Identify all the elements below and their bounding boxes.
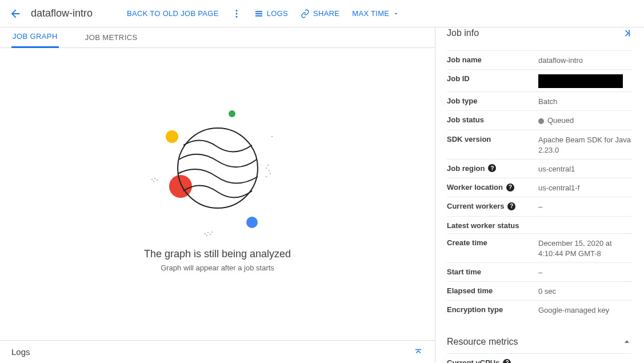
logs-bar[interactable]: Logs <box>0 340 435 363</box>
label-job-status: Job status <box>447 114 538 124</box>
row-job-status: Job status Queued <box>447 110 633 129</box>
label-create-time: Create time <box>447 237 538 247</box>
svg-point-1 <box>235 13 237 14</box>
max-time-button[interactable]: MAX TIME <box>352 9 399 18</box>
label-sdk: SDK version <box>447 134 538 143</box>
value-region: us-central1 <box>538 163 633 174</box>
resource-metrics-table: Current vCPUs? – Total vCPU time? – vCPU… <box>435 353 644 363</box>
value-job-status: Queued <box>538 114 633 126</box>
svg-point-19 <box>207 232 209 233</box>
share-button[interactable]: SHARE <box>301 9 339 18</box>
value-worker-status <box>538 220 633 221</box>
label-job-type: Job type <box>447 95 538 105</box>
svg-point-2 <box>235 15 237 17</box>
left-panel: JOB GRAPH JOB METRICS <box>0 27 435 363</box>
row-job-id: Job ID <box>447 69 633 91</box>
svg-point-15 <box>267 165 269 166</box>
svg-point-18 <box>205 233 206 234</box>
panel-title: Job info <box>447 28 479 38</box>
svg-point-0 <box>235 10 237 11</box>
row-job-type: Job type Batch <box>447 91 633 110</box>
tab-job-metrics[interactable]: JOB METRICS <box>84 33 139 47</box>
row-region: Job region? us-central1 <box>447 159 633 178</box>
svg-point-17 <box>266 176 267 177</box>
help-icon[interactable]: ? <box>503 359 511 363</box>
svg-point-7 <box>178 128 258 208</box>
resource-metrics-header[interactable]: Resource metrics <box>435 336 644 348</box>
label-job-id: Job ID <box>447 73 538 83</box>
help-icon[interactable]: ? <box>507 202 515 210</box>
help-icon[interactable]: ? <box>506 184 514 192</box>
logs-button[interactable]: LOGS <box>254 9 288 18</box>
svg-point-5 <box>169 175 192 198</box>
value-vcpus: – <box>538 357 633 363</box>
svg-point-11 <box>157 179 158 181</box>
back-to-old-link[interactable]: BACK TO OLD JOB PAGE <box>127 9 219 18</box>
chevron-down-icon <box>393 10 399 17</box>
panel-header: Job info <box>435 27 644 39</box>
logs-bar-label: Logs <box>11 347 30 357</box>
redacted-job-id <box>538 74 623 88</box>
job-title: dataflow-intro <box>31 7 93 19</box>
max-time-label: MAX TIME <box>352 9 389 18</box>
svg-point-9 <box>154 178 155 179</box>
svg-point-13 <box>266 167 267 169</box>
value-job-name: dataflow-intro <box>538 54 633 66</box>
label-worker-location: Worker location? <box>447 182 538 192</box>
chevron-up-icon <box>621 336 633 348</box>
row-worker-location: Worker location? us-central1-f <box>447 178 633 197</box>
row-start-time: Start time – <box>447 262 633 281</box>
value-sdk: Apache Beam SDK for Java 2.23.0 <box>538 134 633 155</box>
logs-icon <box>254 9 263 18</box>
row-job-name: Job name dataflow-intro <box>447 50 633 69</box>
value-start-time: – <box>538 266 633 278</box>
share-label: SHARE <box>313 9 339 18</box>
svg-point-14 <box>269 170 270 171</box>
label-workers: Current workers? <box>447 201 538 210</box>
svg-point-22 <box>211 232 213 233</box>
back-arrow-icon[interactable] <box>9 7 22 20</box>
status-text: Queued <box>547 116 574 125</box>
more-menu-icon[interactable] <box>231 9 242 19</box>
tab-job-graph[interactable]: JOB GRAPH <box>11 32 59 48</box>
collapse-panel-icon[interactable] <box>621 27 633 39</box>
help-icon[interactable]: ? <box>488 164 496 172</box>
svg-point-4 <box>166 130 178 143</box>
svg-point-20 <box>206 235 207 236</box>
graph-title: The graph is still being analyzed <box>144 248 291 260</box>
svg-point-21 <box>210 234 211 235</box>
graph-placeholder-area: The graph is still being analyzed Graph … <box>0 48 435 340</box>
row-encryption: Encryption type Google-managed key <box>447 300 633 319</box>
label-vcpus: Current vCPUs? <box>447 357 538 363</box>
row-sdk: SDK version Apache Beam SDK for Java 2.2… <box>447 130 633 159</box>
link-icon <box>301 9 310 18</box>
label-region: Job region? <box>447 163 538 173</box>
label-worker-status: Latest worker status <box>447 220 538 230</box>
value-job-type: Batch <box>538 95 633 107</box>
row-vcpus: Current vCPUs? – <box>447 353 633 363</box>
graph-subtitle: Graph will appear after a job starts <box>161 264 274 272</box>
tabs: JOB GRAPH JOB METRICS <box>0 27 435 48</box>
toolbar-actions: BACK TO OLD JOB PAGE LOGS SHARE MAX TIME <box>127 9 399 19</box>
value-job-id <box>538 73 633 88</box>
value-worker-location: us-central1-f <box>538 182 633 193</box>
value-workers: – <box>538 201 633 212</box>
label-encryption: Encryption type <box>447 304 538 314</box>
svg-point-12 <box>271 136 273 137</box>
row-create-time: Create time December 15, 2020 at 4:10:44… <box>447 233 633 262</box>
analyzing-illustration <box>143 94 292 242</box>
label-start-time: Start time <box>447 266 538 276</box>
logs-label: LOGS <box>267 9 288 18</box>
right-panel: Job info Job name dataflow-intro Job ID … <box>435 27 644 363</box>
svg-point-16 <box>270 173 271 174</box>
expand-icon[interactable] <box>413 347 423 357</box>
job-info-table: Job name dataflow-intro Job ID Job type … <box>435 50 644 319</box>
svg-point-6 <box>246 217 258 228</box>
label-elapsed: Elapsed time <box>447 285 538 295</box>
resource-metrics-title: Resource metrics <box>447 337 518 347</box>
status-dot-icon <box>538 118 544 124</box>
value-encryption: Google-managed key <box>538 304 633 316</box>
svg-point-8 <box>151 179 153 180</box>
row-worker-status: Latest worker status <box>447 216 633 233</box>
label-job-name: Job name <box>447 54 538 64</box>
